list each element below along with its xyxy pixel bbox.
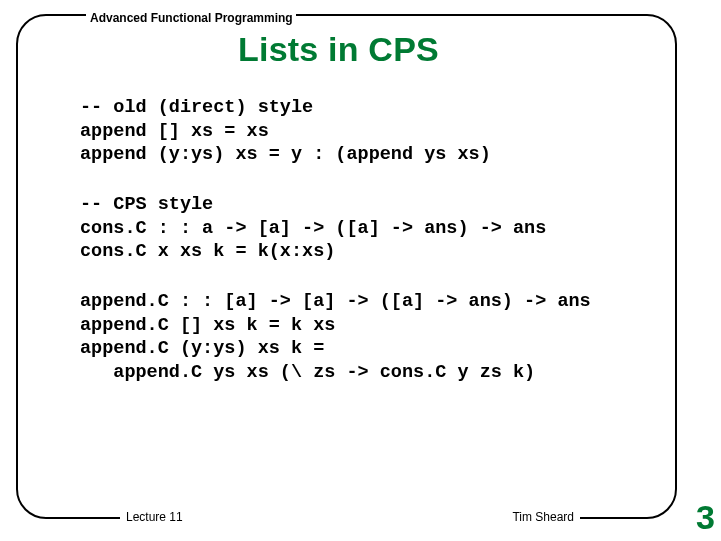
author-label: Tim Sheard <box>512 510 574 524</box>
slide-title: Lists in CPS <box>0 30 677 69</box>
slide: Advanced Functional Programming Lists in… <box>0 0 721 541</box>
course-title: Advanced Functional Programming <box>90 11 293 25</box>
lecture-label: Lecture 11 <box>126 510 183 524</box>
code-block-cps-append: append.C : : [a] -> [a] -> ([a] -> ans) … <box>80 290 661 385</box>
code-block-direct: -- old (direct) style append [] xs = xs … <box>80 96 661 167</box>
content-area: -- old (direct) style append [] xs = xs … <box>80 96 661 385</box>
code-block-cps-cons: -- CPS style cons.C : : a -> [a] -> ([a]… <box>80 193 661 264</box>
footer-break: Lecture 11 Tim Sheard <box>120 507 580 527</box>
page-number: 3 <box>696 498 715 537</box>
header-break: Advanced Functional Programming <box>86 10 296 26</box>
